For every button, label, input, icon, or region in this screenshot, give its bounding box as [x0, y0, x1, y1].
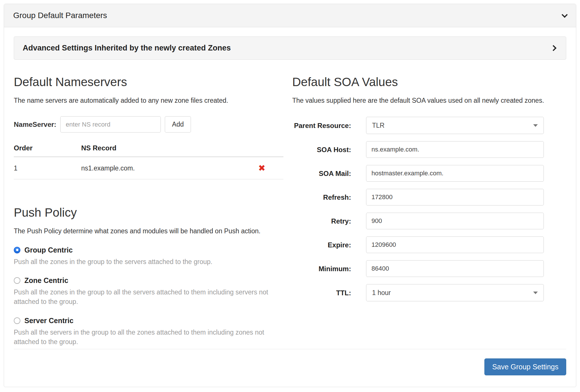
footer-row: Save Group Settings	[14, 349, 566, 375]
refresh-label: Refresh:	[292, 193, 351, 202]
nameserver-input[interactable]	[60, 116, 161, 133]
parent-resource-row: Parent Resource: TLR	[292, 117, 544, 134]
push-policy-section: Push Policy The Push Policy determine wh…	[14, 206, 283, 347]
advanced-settings-title: Advanced Settings Inherited by the newly…	[23, 44, 231, 53]
default-soa-values-heading: Default SOA Values	[292, 75, 566, 89]
soa-form: Parent Resource: TLR SOA Host: SOA Mail:	[292, 117, 566, 301]
server-centric-radio-row[interactable]: Server Centric	[14, 317, 283, 325]
soa-host-label: SOA Host:	[292, 145, 351, 154]
advanced-settings-bar[interactable]: Advanced Settings Inherited by the newly…	[14, 36, 566, 60]
chevron-right-icon[interactable]	[550, 45, 556, 51]
soa-mail-label: SOA Mail:	[292, 169, 351, 178]
zone-centric-label: Zone Centric	[24, 276, 68, 285]
panel-header[interactable]: Group Default Parameters	[4, 4, 576, 27]
soa-mail-row: SOA Mail:	[292, 165, 544, 182]
minimum-input[interactable]	[366, 260, 544, 277]
retry-label: Retry:	[292, 217, 351, 226]
soa-description: The values supplied here are the default…	[292, 96, 566, 105]
nameservers-description: The name servers are automatically added…	[14, 96, 283, 105]
ns-order-cell: 1	[14, 157, 81, 179]
nameservers-table: Order NS Record 1 ns1.example.com. ✖	[14, 139, 283, 179]
add-nameserver-button[interactable]: Add	[165, 116, 191, 133]
server-centric-label: Server Centric	[24, 317, 74, 325]
ns-record-column-header: NS Record	[81, 139, 240, 157]
nameserver-add-row: NameServer: Add	[14, 116, 283, 133]
push-policy-option-group-centric: Group Centric Push all the zones in the …	[14, 246, 283, 267]
caret-down-icon	[533, 292, 538, 294]
parent-resource-select[interactable]: TLR	[366, 117, 544, 134]
expire-input[interactable]	[366, 236, 544, 253]
order-column-header: Order	[14, 139, 81, 157]
soa-host-row: SOA Host:	[292, 141, 544, 158]
ttl-select[interactable]: 1 hour	[366, 284, 544, 301]
panel-title: Group Default Parameters	[13, 11, 107, 20]
content-columns: Default Nameservers The name servers are…	[14, 72, 566, 349]
push-policy-option-zone-centric: Zone Centric Push all the zones in the g…	[14, 276, 283, 307]
refresh-row: Refresh:	[292, 189, 544, 205]
zone-centric-description: Push all the zones in the group to all t…	[14, 288, 283, 307]
soa-mail-input[interactable]	[366, 165, 544, 182]
nameserver-label: NameServer:	[14, 121, 56, 129]
parent-resource-value: TLR	[372, 122, 384, 129]
minimum-row: Minimum:	[292, 260, 544, 277]
save-group-settings-button[interactable]: Save Group Settings	[484, 358, 566, 375]
table-row: 1 ns1.example.com. ✖	[14, 157, 283, 179]
soa-host-input[interactable]	[366, 141, 544, 158]
delete-icon[interactable]: ✖	[258, 163, 265, 173]
left-column: Default Nameservers The name servers are…	[14, 72, 283, 349]
expire-label: Expire:	[292, 240, 351, 249]
push-policy-heading: Push Policy	[14, 206, 283, 220]
refresh-input[interactable]	[366, 189, 544, 205]
group-centric-label: Group Centric	[24, 246, 73, 254]
table-header-row: Order NS Record	[14, 139, 283, 157]
server-centric-description: Push all the servers in the group to all…	[14, 328, 283, 347]
retry-row: Retry:	[292, 213, 544, 229]
caret-down-icon	[533, 124, 538, 127]
expire-row: Expire:	[292, 236, 544, 253]
radio-icon[interactable]	[14, 247, 20, 253]
group-centric-radio-row[interactable]: Group Centric	[14, 246, 283, 254]
right-column: Default SOA Values The values supplied h…	[292, 72, 566, 349]
ttl-value: 1 hour	[372, 289, 391, 297]
panel-body: Advanced Settings Inherited by the newly…	[4, 27, 576, 387]
zone-centric-radio-row[interactable]: Zone Centric	[14, 276, 283, 285]
minimum-label: Minimum:	[292, 264, 351, 273]
push-policy-option-server-centric: Server Centric Push all the servers in t…	[14, 317, 283, 347]
radio-icon[interactable]	[14, 317, 20, 324]
chevron-down-icon[interactable]	[562, 11, 568, 18]
actions-column-header	[240, 139, 283, 157]
ns-record-cell: ns1.example.com.	[81, 157, 240, 179]
ttl-label: TTL:	[292, 288, 351, 297]
parent-resource-label: Parent Resource:	[292, 121, 351, 130]
group-centric-description: Push all the zones in the group to the s…	[14, 257, 283, 267]
push-policy-description: The Push Policy determine what zones and…	[14, 226, 283, 236]
default-nameservers-heading: Default Nameservers	[14, 75, 283, 89]
radio-icon[interactable]	[14, 277, 20, 284]
group-default-parameters-panel: Group Default Parameters Advanced Settin…	[4, 4, 576, 387]
ttl-row: TTL: 1 hour	[292, 284, 544, 301]
retry-input[interactable]	[366, 213, 544, 229]
